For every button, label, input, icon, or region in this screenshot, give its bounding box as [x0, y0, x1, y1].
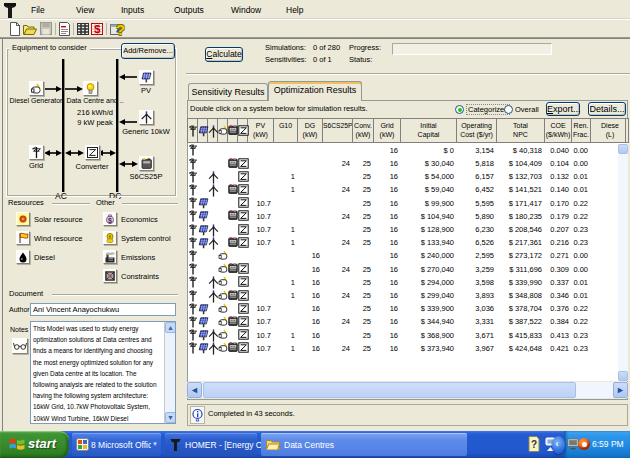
svg-text:?: ? [531, 439, 537, 450]
svg-text:$: $ [108, 217, 112, 225]
svg-text:$: $ [94, 23, 100, 35]
